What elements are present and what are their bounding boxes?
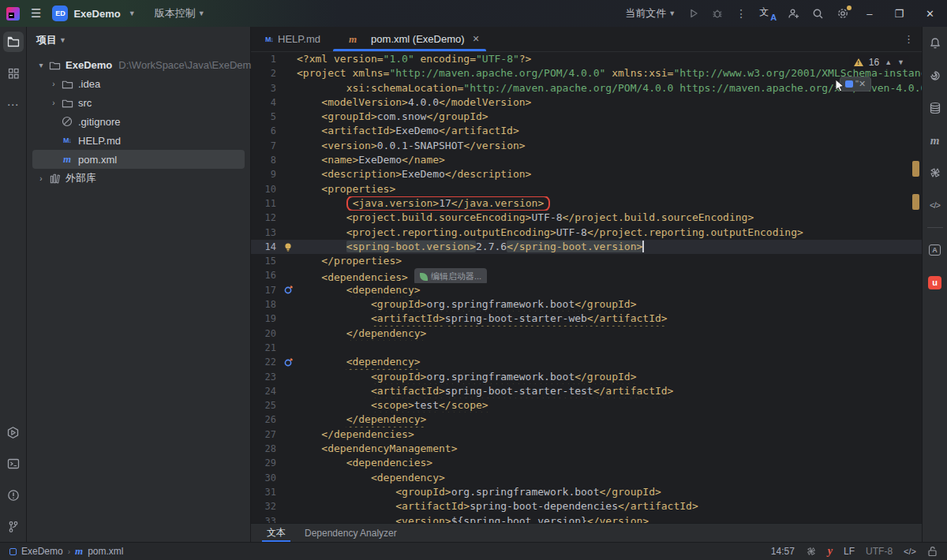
structure-tool-button[interactable] xyxy=(3,63,24,84)
status-time[interactable]: 14:57 xyxy=(771,546,795,557)
code-line[interactable]: 8 <name>ExeDemo</name> xyxy=(251,153,922,167)
add-user-button[interactable] xyxy=(788,8,799,20)
terminal-tool-button[interactable] xyxy=(3,454,24,474)
chevron-expanded-icon[interactable]: ▾ xyxy=(35,61,47,69)
spring-bean-gutter-icon[interactable] xyxy=(279,355,297,369)
spring-bean-gutter-icon[interactable] xyxy=(279,283,297,297)
line-separator-widget[interactable]: LF xyxy=(844,546,855,557)
git-tool-button[interactable] xyxy=(3,517,24,537)
tree-root-row[interactable]: ▾ExeDemoD:\WorkSpace\Java\ExeDemo xyxy=(27,55,250,74)
code-line[interactable]: 29 <dependencies> xyxy=(251,456,922,470)
readonly-lock-icon[interactable] xyxy=(927,546,938,557)
maven-tool-icon[interactable]: m xyxy=(925,130,945,151)
close-tab-icon[interactable]: ✕ xyxy=(473,34,480,44)
code-line[interactable]: 23 <groupId>org.springframework.boot</gr… xyxy=(251,370,922,384)
code-line[interactable]: 24 <artifactId>spring-boot-starter-test<… xyxy=(251,384,922,398)
chevron-collapsed-icon[interactable]: › xyxy=(47,99,60,107)
more-tool-windows-button[interactable]: ⋯ xyxy=(3,95,24,115)
prev-warning-icon[interactable]: ▲ xyxy=(885,58,892,66)
chevron-down-icon: ▼ xyxy=(59,36,66,44)
tree-item--idea[interactable]: ›.idea xyxy=(27,74,250,93)
run-config-selector[interactable]: 当前文件 ▼ xyxy=(625,6,676,21)
run-button[interactable] xyxy=(688,8,699,19)
y-plugin-icon[interactable]: y xyxy=(828,545,833,558)
code-line[interactable]: 10 <properties> xyxy=(251,182,922,196)
plugin-pinwheel-icon[interactable] xyxy=(806,546,817,557)
main-menu-button[interactable]: ☰ xyxy=(28,5,44,22)
chevron-collapsed-icon[interactable]: › xyxy=(35,174,47,183)
u-plugin-icon[interactable]: u xyxy=(925,272,945,293)
code-line[interactable]: 7 <version>0.0.1-SNAPSHOT</version> xyxy=(251,139,922,153)
services-tool-button[interactable] xyxy=(3,422,24,442)
database-tool-icon[interactable] xyxy=(925,98,945,118)
code-line[interactable]: 33 <version>${spring-boot.version}</vers… xyxy=(251,514,922,524)
code-area[interactable]: 1<?xml version="1.0" encoding="UTF-8"?>2… xyxy=(251,52,922,523)
translation-dictionary-icon[interactable]: A xyxy=(925,240,945,260)
debug-button[interactable] xyxy=(712,8,723,19)
breadcrumb-file[interactable]: pom.xml xyxy=(88,546,123,557)
code-line[interactable]: 27 </dependencies> xyxy=(251,427,922,442)
tab-pom-xml[interactable]: m pom.xml (ExeDemo) ✕ xyxy=(330,27,489,51)
code-line[interactable]: 15 </properties> xyxy=(251,254,922,268)
more-actions-button[interactable]: ⋮ xyxy=(736,7,747,20)
minimize-button[interactable]: – xyxy=(862,8,877,20)
code-line[interactable]: 22 <dependency> xyxy=(251,355,922,369)
code-line[interactable]: 25 <scope>test</scope> xyxy=(251,398,922,413)
next-warning-icon[interactable]: ▼ xyxy=(897,58,904,66)
code-line[interactable]: 28 <dependencyManagement> xyxy=(251,442,922,456)
tree-item-src[interactable]: ›src xyxy=(27,93,250,112)
scrollbar-warning-mark[interactable] xyxy=(912,194,919,210)
code-line[interactable]: 17 <dependency> xyxy=(251,283,922,297)
code-line[interactable]: 21 xyxy=(251,341,922,355)
code-line[interactable]: 26 </dependency> xyxy=(251,413,922,427)
code-line[interactable]: 14 <spring-boot.version>2.7.6</spring-bo… xyxy=(251,240,922,254)
translate-icon[interactable]: 文A xyxy=(759,6,775,21)
search-icon[interactable] xyxy=(812,8,824,20)
tree-item-help-md[interactable]: M↓HELP.md xyxy=(27,131,250,150)
close-button[interactable]: ✕ xyxy=(921,8,939,20)
code-line[interactable]: 1<?xml version="1.0" encoding="UTF-8"?> xyxy=(251,52,922,66)
project-tool-button[interactable] xyxy=(3,32,24,52)
problems-tool-button[interactable] xyxy=(3,485,24,506)
code-line[interactable]: 20 </dependency> xyxy=(251,327,922,341)
project-selector[interactable]: ED ExeDemo ▼ xyxy=(52,6,135,21)
scrollbar-warning-mark[interactable] xyxy=(912,161,919,177)
code-line[interactable]: 5 <groupId>com.snow</groupId> xyxy=(251,110,922,124)
tab-dependency-analyzer[interactable]: Dependency Analyzer xyxy=(295,524,406,542)
project-panel-header[interactable]: 项目 ▼ xyxy=(27,27,250,54)
tree-item--gitignore[interactable]: .gitignore xyxy=(27,112,250,131)
notifications-bell-icon[interactable] xyxy=(925,33,945,54)
code-style-widget[interactable]: </> xyxy=(904,547,916,556)
code-line[interactable]: 4 <modelVersion>4.0.0</modelVersion> xyxy=(251,95,922,110)
code-line[interactable]: 18 <groupId>org.springframework.boot</gr… xyxy=(251,297,922,312)
code-line[interactable]: 19 <artifactId>spring-boot-starter-web</… xyxy=(251,312,922,326)
chevron-collapsed-icon[interactable]: › xyxy=(47,80,60,88)
ai-assistant-icon[interactable] xyxy=(925,65,945,86)
vcs-widget[interactable]: 版本控制 ▼ xyxy=(155,6,205,21)
code-line[interactable]: 32 <artifactId>spring-boot-dependencies<… xyxy=(251,499,922,513)
code-line[interactable]: 13 <project.reporting.outputEncoding>UTF… xyxy=(251,226,922,240)
code-line[interactable]: 3 xsi:schemaLocation="http://maven.apach… xyxy=(251,81,922,95)
plugin-pinwheel-icon[interactable] xyxy=(925,162,945,183)
tree-item--[interactable]: ›外部库 xyxy=(27,169,250,188)
code-line[interactable]: 2<project xmlns="http://maven.apache.org… xyxy=(251,66,922,80)
code-line[interactable]: 30 <dependency> xyxy=(251,471,922,485)
code-snippets-icon[interactable]: </> xyxy=(925,195,945,215)
code-line[interactable]: 11 <java.version>17</java.version> xyxy=(251,196,922,211)
maximize-button[interactable]: ❐ xyxy=(889,8,908,20)
code-line[interactable]: 12 <project.build.sourceEncoding>UTF-8</… xyxy=(251,211,922,225)
settings-gear-icon[interactable] xyxy=(837,7,849,20)
edit-starters-chip[interactable]: 编辑启动器... xyxy=(414,268,487,282)
tab-options-icon[interactable]: ⋮ xyxy=(904,33,914,45)
code-line[interactable]: 31 <groupId>org.springframework.boot</gr… xyxy=(251,485,922,499)
code-line[interactable]: 9 <description>ExeDemo</description> xyxy=(251,167,922,181)
inspection-widget[interactable]: 16 ▲ ▼ xyxy=(849,55,909,69)
code-line[interactable]: 16 <dependencies>编辑启动器... xyxy=(251,268,922,282)
tree-item-pom-xml[interactable]: mpom.xml xyxy=(32,150,245,169)
breadcrumb-project[interactable]: ExeDemo xyxy=(21,546,63,557)
encoding-widget[interactable]: UTF-8 xyxy=(866,546,893,557)
tab-text-view[interactable]: 文本 xyxy=(257,524,295,542)
tab-help-md[interactable]: M↓ HELP.md xyxy=(256,27,330,51)
code-line[interactable]: 6 <artifactId>ExeDemo</artifactId> xyxy=(251,124,922,138)
intention-bulb-icon[interactable] xyxy=(279,240,297,254)
